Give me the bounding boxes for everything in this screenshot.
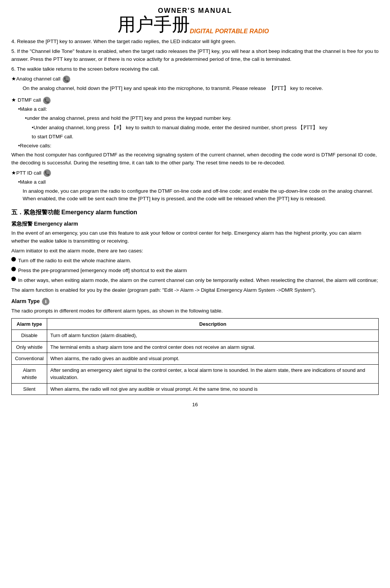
col-alarm-type: Alarm type [12, 318, 47, 330]
table-row: Conventional When alarms, the radio give… [12, 353, 379, 365]
to-start-dtmf: to start DTMF call. [11, 133, 379, 141]
hash-key: 【#】 [111, 125, 124, 130]
alarm-desc-cell: Turn off alarm function (alarm disabled)… [47, 330, 379, 342]
emergency-section-heading: 五．紧急报警功能 Emergency alarm function [11, 208, 379, 217]
circle-icon-1 [11, 257, 16, 262]
subtitle: DIGITAL PORTABLE RADIO [190, 28, 269, 35]
make-call: •Make a call: [11, 105, 379, 113]
alarm-table: Alarm type Description Disable Turn off … [11, 318, 379, 395]
ptt-key-2: 【PTT】 [298, 125, 318, 130]
ptt-id-text: In analog mode, you can program the radi… [11, 187, 379, 203]
alarm-desc-cell: When alarms, the radio gives an audible … [47, 353, 379, 365]
phone-icon-3: 📞 [43, 169, 51, 177]
ptt-id-heading: ★PTT ID call 📞 [11, 169, 379, 177]
alarm-desc-cell: When alarms, the radio will not give any… [47, 383, 379, 395]
alarm-type-cell: Alarm whistle [12, 364, 47, 383]
alarm-bullet-1: Turn off the radio to exit the whole mac… [11, 257, 379, 265]
receive-calls-text: When the host computer has configured DT… [11, 151, 379, 167]
make-call-2: •Make a call [11, 178, 379, 186]
table-row: Disable Turn off alarm function (alarm d… [12, 330, 379, 342]
col-description: Description [47, 318, 379, 330]
alarm-desc-cell: After sending an emergency alert signal … [47, 364, 379, 383]
alarm-desc-cell: The terminal emits a sharp alarm tone an… [47, 341, 379, 353]
alarm-type-cell: Silent [12, 383, 47, 395]
alarm-type-text: The radio prompts in different modes for… [11, 307, 379, 315]
page-number: 16 [11, 402, 379, 407]
emergency-alarm-heading: 紧急报警 Emergency alarm [11, 220, 379, 228]
title-cn: 用户手册 [117, 15, 190, 35]
dtmf-heading: ★ DTMF call 📞 [11, 96, 379, 104]
alarm-bullet-2: Press the pre-programmed [emergency mode… [11, 267, 379, 275]
under-analog: •under the analog channel, press and hol… [11, 115, 379, 122]
analog-call-line: On the analog channel, hold down the [PT… [11, 84, 379, 93]
analog-call-heading: ★Analog channel call 📞 [11, 75, 379, 83]
point-4: 4. Release the [PTT] key to answer. When… [11, 38, 379, 46]
emergency-text-1: In the event of an emergency, you can us… [11, 229, 379, 245]
table-header-row: Alarm type Description [12, 318, 379, 330]
point-6: 6. The walkie talkie returns to the scre… [11, 65, 379, 73]
point-5: 5. If the "Channel Idle Tone" feature is… [11, 48, 379, 63]
page-header: OWNER'S MANUAL 用户手册 DIGITAL PORTABLE RAD… [11, 7, 379, 35]
alarm-type-cell: Conventional [12, 353, 47, 365]
table-row: Only whistle The terminal emits a sharp … [12, 341, 379, 353]
circle-icon-3 [11, 277, 16, 281]
ptt-key-1: 【PTT】 [269, 84, 289, 93]
alarm-type-cell: Only whistle [12, 341, 47, 353]
main-content: 4. Release the [PTT] key to answer. When… [11, 38, 379, 395]
alarm-type-cell: Disable [12, 330, 47, 342]
emergency-text-2: Alarm initiator to exit the alarm mode, … [11, 247, 379, 255]
alarm-function-text: The alarm function is enabled for you by… [11, 286, 379, 294]
table-row: Alarm whistle After sending an emergency… [12, 364, 379, 383]
phone-icon-2: 📞 [43, 97, 51, 104]
alarm-type-heading: Alarm Type ℹ [11, 297, 379, 306]
table-row: Silent When alarms, the radio will not g… [12, 383, 379, 395]
alarm-bullet-3: In other ways, when exiting alarm mode, … [11, 277, 379, 285]
phone-icon-1: 📞 [63, 76, 70, 83]
under-analog2: •Under analog channel, long press 【#】 ke… [11, 124, 379, 132]
receive-calls: •Receive calls: [11, 142, 379, 150]
circle-icon-2 [11, 267, 16, 271]
title-en: OWNER'S MANUAL [11, 7, 379, 15]
info-icon: ℹ [42, 298, 49, 305]
